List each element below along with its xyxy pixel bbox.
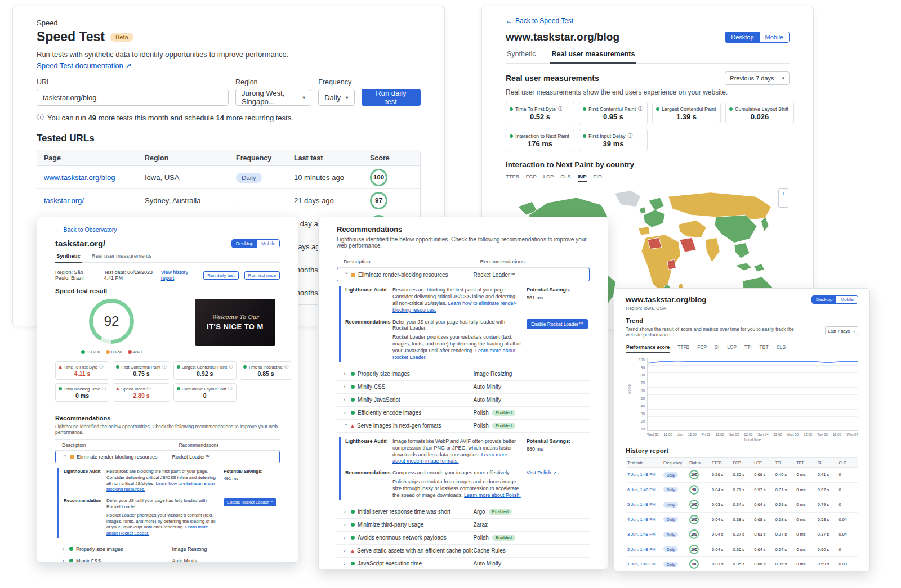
- tab-synthetic[interactable]: Synthetic: [506, 50, 537, 63]
- zoom-in-button[interactable]: +: [779, 189, 788, 198]
- recommendation-row[interactable]: ›Efficiently encode images PolishEnabled: [337, 407, 590, 420]
- desktop-toggle[interactable]: Desktop: [725, 32, 759, 42]
- back-link[interactable]: ←Back to Observatory: [55, 226, 117, 233]
- status-dot-icon: [351, 411, 355, 415]
- recommendation-row[interactable]: ›Minify CSS Auto Minify: [337, 381, 590, 394]
- tab-performance-score[interactable]: Performance score: [626, 344, 670, 353]
- map-tab-cls[interactable]: CLS: [560, 173, 570, 182]
- test-date-link[interactable]: 7 Jun, 1:48 PM: [627, 472, 655, 477]
- test-date-link[interactable]: 4 Jun, 1:48 PM: [627, 517, 655, 522]
- status-dot-icon: [243, 365, 247, 369]
- visit-polish-link[interactable]: Visit Polish ↗: [527, 470, 557, 475]
- recommendation-row[interactable]: ›Properly size images Image Resizing: [55, 544, 280, 555]
- test-date-link[interactable]: 5 Jun, 1:48 PM: [627, 502, 655, 507]
- metric-card: Total Blocking Timeⓘ 0 ms: [55, 383, 109, 402]
- zoom-out-button[interactable]: −: [779, 198, 788, 207]
- mobile-toggle[interactable]: Mobile: [257, 240, 279, 248]
- frequency-badge: Daily: [663, 487, 678, 492]
- table-header: Test dateFrequencyStatusTTFBFCPLCPTTITBT…: [626, 457, 858, 468]
- region-label: Region: Iowa, USA: [626, 306, 858, 311]
- recommendation-row-expanded[interactable]: ›Eliminate render-blocking resources Roc…: [337, 268, 590, 281]
- tab-fcp[interactable]: FCP: [697, 344, 707, 353]
- score-ring: 97: [370, 192, 387, 209]
- mobile-toggle[interactable]: Mobile: [836, 296, 858, 303]
- region-select[interactable]: Jurong West, Singapo...▾: [235, 89, 311, 106]
- info-icon: ⓘ: [638, 105, 643, 113]
- page-screenshot-thumbnail: Welcome To Our IT'S NICE TO M: [195, 299, 275, 346]
- recommendation-label: Recommendation: [64, 498, 101, 504]
- recommendations-table: Description Recommendations ›Eliminate r…: [55, 439, 280, 563]
- tab-real-user-measurements[interactable]: Real user measurements: [550, 50, 636, 64]
- trend-description: Trend shows the result of score and metr…: [626, 326, 806, 338]
- page-title: taskstar.org/: [55, 239, 105, 248]
- metric-card: First Contentful Paintⓘ 0.75 s: [113, 361, 170, 380]
- tested-url-link[interactable]: taskstar.org/: [44, 196, 84, 205]
- tab-tti[interactable]: TTI: [744, 344, 752, 353]
- recommendation-row[interactable]: ›Avoids enormous network payloads Polish…: [337, 532, 590, 545]
- status-dot-icon: [583, 107, 586, 111]
- recommendation-row[interactable]: ›Minimize third-party usage Zaraz: [337, 519, 590, 532]
- test-date-link[interactable]: 2 Jun, 1:48 PM: [627, 547, 655, 552]
- tab-real-user-measurements[interactable]: Real user measurements: [91, 253, 153, 262]
- date-range-select[interactable]: Previous 7 days▾: [725, 71, 790, 85]
- desktop-toggle[interactable]: Desktop: [232, 240, 257, 248]
- metric-cards: Time To First Byteⓘ 4.11 s First Content…: [55, 361, 280, 402]
- doc-link[interactable]: Speed Test documentation↗: [37, 61, 132, 70]
- frequency-select[interactable]: Daily▾: [318, 89, 355, 106]
- legend-green-icon: [81, 350, 85, 354]
- desktop-toggle[interactable]: Desktop: [812, 296, 836, 303]
- result-title: Speed test result: [55, 288, 280, 294]
- rec-learn-link[interactable]: Learn more about Polish.: [464, 492, 521, 498]
- tab-ttfb[interactable]: TTFB: [677, 344, 690, 353]
- tab-tbt[interactable]: TBT: [759, 344, 769, 353]
- recommendation-row[interactable]: ›Properly size images Image Resizing: [337, 368, 590, 381]
- chevron-right-icon: ›: [344, 410, 348, 416]
- tab-si[interactable]: SI: [714, 344, 720, 353]
- table-header: Description Recommendations: [337, 255, 590, 268]
- tested-url-link[interactable]: www.taskstar.org/blog: [44, 173, 115, 182]
- score-ring: 100: [689, 545, 699, 554]
- back-link[interactable]: ←Back to Speed Test: [506, 17, 573, 25]
- tab-lcp[interactable]: LCP: [726, 344, 737, 353]
- run-test-once-button[interactable]: Run test once: [244, 271, 280, 280]
- recommendation-row[interactable]: ›JavaScript execution time Auto Minify: [337, 558, 590, 569]
- frequency-badge: Daily: [663, 532, 678, 537]
- test-date-link[interactable]: 6 Jun, 1:48 PM: [627, 487, 655, 492]
- chevron-right-icon: ›: [344, 522, 348, 528]
- page-description: Run tests with synthetic data to identif…: [37, 50, 421, 59]
- status-dot-icon: [351, 398, 355, 402]
- enable-rocket-loader-button[interactable]: Enable Rocket Loader™: [527, 319, 588, 329]
- metric-cards: Time To First Byteⓘ 0.52 s First Content…: [506, 102, 795, 151]
- test-form: URL Region Jurong West, Singapo...▾ Freq…: [37, 78, 421, 106]
- map-tab-fcp[interactable]: FCP: [526, 173, 537, 182]
- device-toggle: Desktop Mobile: [231, 239, 280, 248]
- map-tab-ttfb[interactable]: TTFB: [506, 173, 519, 182]
- run-daily-test-button[interactable]: Run daily test: [203, 271, 238, 280]
- recommendations-title: Recommendations: [337, 225, 590, 234]
- test-date-link[interactable]: 3 Jun, 1:48 PM: [627, 532, 655, 537]
- url-label: URL: [37, 78, 229, 86]
- recommendation-row-expanded[interactable]: ›Eliminate render-blocking resources Roc…: [55, 451, 280, 463]
- info-icon: ⓘ: [228, 386, 233, 392]
- enable-rocket-loader-button[interactable]: Enable Rocket Loader™: [224, 498, 276, 506]
- map-tab-inp[interactable]: INP: [578, 173, 587, 182]
- mobile-toggle[interactable]: Mobile: [760, 32, 789, 42]
- test-date-link[interactable]: 1 Jun, 1:48 PM: [627, 562, 655, 567]
- recommendation-row[interactable]: ›Minify JavaScript Auto Minify: [337, 394, 590, 407]
- recommendation-row[interactable]: ›Serve static assets with an efficient c…: [337, 545, 590, 558]
- status-dot-icon: [729, 107, 733, 111]
- recommendation-row-expanded[interactable]: ›Serve images in next-gen formats Polish…: [337, 420, 590, 433]
- region-label: Region: [235, 78, 311, 86]
- frequency-badge: Daily: [663, 502, 678, 508]
- map-tab-lcp[interactable]: LCP: [543, 173, 554, 182]
- date-range-select[interactable]: Last 7 days▾: [825, 326, 858, 335]
- tab-cls[interactable]: CLS: [776, 344, 787, 353]
- run-daily-test-button[interactable]: Run daily test: [362, 89, 421, 106]
- score-legend: 100-90 89-50 49-0: [81, 349, 142, 354]
- recommendation-row[interactable]: ›Initial server response time was short …: [337, 506, 590, 519]
- url-input[interactable]: [37, 89, 229, 106]
- map-tab-fid[interactable]: FID: [594, 173, 602, 182]
- tab-synthetic[interactable]: Synthetic: [55, 253, 82, 263]
- recommendation-row[interactable]: ›Minify CSS Auto Minify: [55, 555, 280, 563]
- view-history-link[interactable]: View history report: [161, 270, 192, 281]
